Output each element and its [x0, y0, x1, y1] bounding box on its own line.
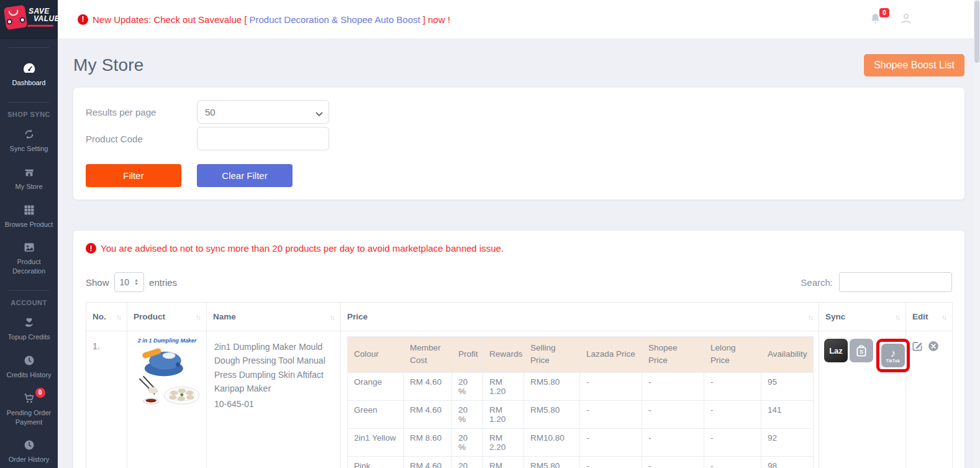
- price-column-header: Lazada Price: [580, 337, 642, 373]
- column-header-edit[interactable]: Edit↑↓: [906, 303, 953, 331]
- price-cell: RM 4.60: [404, 372, 452, 400]
- price-header-row: ColourMember CostProfitRewardsSelling Pr…: [348, 337, 814, 373]
- table-header-row: No.↑↓ Product↑↓ Name↑↓ Price↑↓ Sync↑↓ Ed…: [86, 303, 953, 331]
- results-per-page-select[interactable]: 50: [197, 100, 329, 124]
- price-cell: RM10.80: [524, 428, 580, 456]
- sidebar-item-credits-history[interactable]: Credits History: [0, 348, 58, 386]
- price-cell: RM 1.20: [483, 372, 524, 400]
- sort-icon: ↑↓: [895, 313, 899, 321]
- brand-swoosh: [27, 25, 54, 27]
- user-profile-icon[interactable]: [899, 12, 913, 28]
- price-column-header: Rewards: [483, 337, 524, 373]
- price-cell: 20 %: [452, 428, 483, 456]
- topbar: ! New Updates: Check out Savevalue [ Pro…: [58, 0, 980, 39]
- store-icon: [23, 166, 35, 178]
- notice-prefix: New Updates: Check out Savevalue [: [93, 14, 247, 25]
- page-title: My Store: [73, 55, 144, 75]
- svg-text:2 in 1 Dumpling Maker: 2 in 1 Dumpling Maker: [137, 337, 196, 344]
- price-cell: RM 2.20: [483, 428, 524, 456]
- divider: [9, 102, 49, 103]
- lazada-sync-icon[interactable]: Laz: [824, 339, 848, 362]
- column-header-price[interactable]: Price↑↓: [341, 303, 819, 331]
- price-cell: -: [704, 372, 761, 400]
- sidebar: SAVE VALUE Dashboard SHOP SYNC Sync Sett…: [0, 0, 58, 468]
- edit-icon[interactable]: [911, 340, 923, 354]
- price-cell: RM 1.20: [483, 400, 524, 428]
- sidebar-item-order-history[interactable]: Order History: [0, 433, 58, 468]
- price-column-header: Colour: [348, 337, 404, 373]
- price-cell: 20 %: [452, 456, 483, 468]
- column-header-product[interactable]: Product↑↓: [127, 303, 207, 331]
- sidebar-item-sync-setting[interactable]: Sync Setting: [0, 122, 58, 160]
- sidebar-item-label: Pending Order Payment: [2, 408, 55, 427]
- sort-icon: ↑↓: [116, 313, 120, 321]
- price-row: 2in1 YellowRM 8.6020 %RM 2.20RM10.80---9…: [348, 428, 814, 456]
- product-code-input[interactable]: [197, 127, 329, 150]
- price-cell: 92: [761, 428, 814, 456]
- column-header-no[interactable]: No.↑↓: [86, 303, 127, 331]
- show-entries-select[interactable]: 10 ▲▼: [114, 272, 145, 292]
- price-cell: RM 4.60: [404, 400, 452, 428]
- price-row: OrangeRM 4.6020 %RM 1.20RM5.80---95: [348, 372, 814, 400]
- price-cell: 20 %: [452, 400, 483, 428]
- clock-icon: [23, 439, 35, 451]
- shopee-sync-icon[interactable]: S: [850, 339, 873, 362]
- price-cell: Green: [348, 400, 404, 428]
- column-header-name[interactable]: Name↑↓: [207, 303, 341, 331]
- sidebar-item-label: Order History: [9, 455, 49, 464]
- price-row: PinkRM 4.6020 %RM 1.20RM5.80---98: [348, 456, 814, 468]
- sort-icon: ↑↓: [196, 313, 200, 321]
- price-cell: -: [704, 428, 761, 456]
- edit-actions: [906, 331, 953, 468]
- price-column-header: Member Cost: [404, 337, 452, 373]
- bell-badge: 0: [879, 8, 889, 17]
- cart-icon: 0: [23, 392, 35, 405]
- pending-order-badge: 0: [35, 388, 45, 398]
- price-cell: 95: [761, 372, 814, 400]
- price-column-header: Lelong Price: [704, 337, 761, 373]
- price-cell: RM5.80: [524, 400, 580, 428]
- column-header-sync[interactable]: Sync↑↓: [819, 303, 906, 331]
- scrollbar-thumb[interactable]: [974, 1, 979, 63]
- shopee-boost-list-button[interactable]: Shopee Boost List: [864, 54, 964, 76]
- price-cell: Orange: [348, 372, 404, 400]
- sidebar-item-browse-product[interactable]: Browse Product: [0, 198, 58, 236]
- divider: [9, 47, 49, 48]
- brand-logo[interactable]: SAVE VALUE: [0, 0, 58, 39]
- sidebar-item-dashboard[interactable]: Dashboard: [0, 56, 58, 94]
- product-name: 2in1 Dumpling Maker Mould Dough Pressing…: [207, 331, 341, 468]
- filter-button[interactable]: Filter: [86, 164, 181, 187]
- divider: [9, 290, 49, 291]
- filter-card: Results per page 50 Product Code Filter …: [73, 88, 964, 200]
- sync-icon: [23, 128, 35, 140]
- delete-icon[interactable]: [927, 340, 940, 354]
- notice-link[interactable]: Product Decoration & Shopee Auto Boost: [249, 14, 420, 25]
- sidebar-item-my-store[interactable]: My Store: [0, 160, 58, 198]
- price-cell: -: [704, 456, 761, 468]
- sidebar-item-product-decoration[interactable]: Product Decoration: [0, 235, 58, 282]
- clear-filter-button[interactable]: Clear Filter: [197, 164, 293, 187]
- page-scrollbar[interactable]: [974, 0, 980, 468]
- price-column-header: Selling Price: [524, 337, 580, 373]
- price-cell: RM 4.60: [404, 456, 452, 468]
- search-label: Search:: [801, 277, 833, 288]
- notice-suffix: ] now !: [423, 14, 450, 25]
- grid-icon: [23, 204, 35, 216]
- sidebar-item-label: Topup Credits: [8, 333, 50, 342]
- notifications-bell-icon[interactable]: 0: [869, 12, 882, 28]
- sidebar-item-pending-order-payment[interactable]: 0 Pending Order Payment: [0, 386, 58, 433]
- sidebar-item-topup-credits[interactable]: Topup Credits: [0, 310, 58, 348]
- sidebar-item-label: My Store: [15, 182, 42, 191]
- tiktok-sync-icon[interactable]: ♪ TikTok: [881, 344, 905, 367]
- price-column-header: Profit: [452, 337, 483, 373]
- brand-name: SAVE VALUE: [29, 7, 58, 22]
- sort-icon: ↑↓: [330, 313, 334, 321]
- spinner-arrows-icon: ▲▼: [134, 278, 138, 286]
- product-image: 2 in 1 Dumpling Maker: [127, 331, 207, 468]
- search-input[interactable]: [839, 272, 952, 292]
- price-details: ColourMember CostProfitRewardsSelling Pr…: [341, 331, 819, 468]
- sidebar-item-label: Sync Setting: [10, 144, 48, 154]
- table-row: 1. 2 in 1 Dumpling Maker: [86, 331, 953, 468]
- products-table: No.↑↓ Product↑↓ Name↑↓ Price↑↓ Sync↑↓ Ed…: [86, 302, 953, 468]
- dumpling-maker-photo: 2 in 1 Dumpling Maker: [132, 336, 202, 408]
